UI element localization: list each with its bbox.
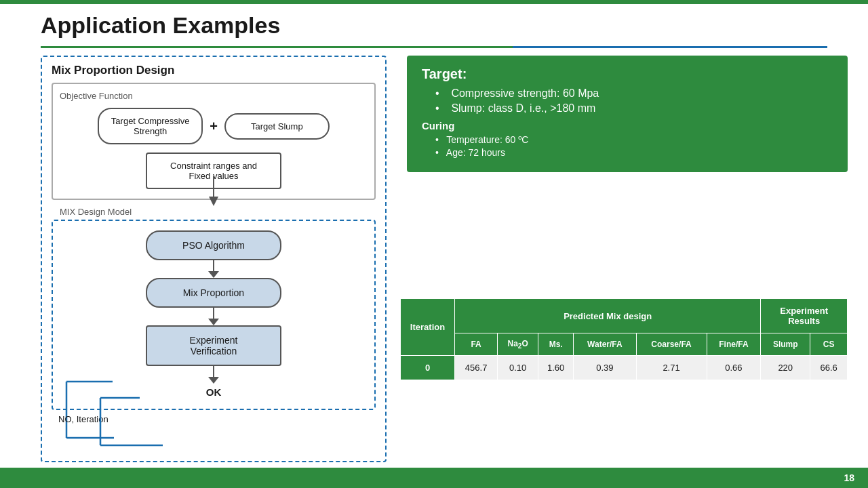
plus-sign: + <box>210 119 218 134</box>
cell-slump: 220 <box>761 356 810 380</box>
target-title: Target: <box>422 66 833 82</box>
top-accent-bar <box>0 0 868 4</box>
results-table-container: Iteration Predicted Mix design Experimen… <box>400 298 848 380</box>
col-na2o: Na2O <box>498 333 538 356</box>
ok-label: OK <box>206 386 222 398</box>
col-fa: FA <box>455 333 498 356</box>
title-underline <box>41 46 827 48</box>
mix-proportion-box: Mix Proportion <box>146 278 281 308</box>
col-ms: Ms. <box>538 333 574 356</box>
th-experiment: ExperimentResults <box>761 299 848 333</box>
target-bullet-1: • Compressive strength: 60 Mpa <box>435 87 833 100</box>
mix-label: MIX Design Model <box>60 207 132 217</box>
col-cs: CS <box>810 333 848 356</box>
th-predicted: Predicted Mix design <box>455 299 761 333</box>
experiment-verification-box: ExperimentVerification <box>146 325 281 366</box>
cell-ms: 1.60 <box>538 356 574 380</box>
cell-cs: 66.6 <box>810 356 848 380</box>
cell-iteration: 0 <box>401 356 455 380</box>
pso-algorithm-box: PSO Algorithm <box>146 230 281 260</box>
col-slump: Slump <box>761 333 810 356</box>
col-waterfa: Water/FA <box>574 333 636 356</box>
curing-title: Curing <box>422 120 833 131</box>
page-number: 18 <box>844 472 854 483</box>
connector-2 <box>208 308 219 325</box>
target-bullet-2: • Slump: class D, i.e., >180 mm <box>435 102 833 115</box>
target-slump-box: Target Slump <box>224 113 330 140</box>
inner-dashed-box: PSO Algorithm Mix Proportion ExperimentV… <box>52 220 376 410</box>
target-strength-box: Target CompressiveStrength <box>98 108 203 144</box>
cell-coarsefa: 2.71 <box>636 356 707 380</box>
constraint-box: Constraint ranges andFixed values <box>146 152 281 189</box>
objective-function-box: Objective Function Target CompressiveStr… <box>52 83 376 200</box>
th-iteration: Iteration <box>401 299 455 356</box>
target-panel: Target: • Compressive strength: 60 Mpa •… <box>407 56 848 172</box>
objective-label: Objective Function <box>60 91 368 101</box>
col-coarsefa: Coarse/FA <box>636 333 707 356</box>
col-finefa: Fine/FA <box>707 333 761 356</box>
cell-finefa: 0.66 <box>707 356 761 380</box>
curing-bullet-2: • Age: 72 hours <box>435 147 833 158</box>
page-title: Application Examples <box>41 12 280 39</box>
curing-bullet-1: • Temperature: 60 ºC <box>435 134 833 145</box>
results-table: Iteration Predicted Mix design Experimen… <box>400 298 848 380</box>
table-row: 0 456.7 0.10 1.60 0.39 2.71 0.66 220 66.… <box>401 356 848 380</box>
connector-1 <box>208 260 219 278</box>
cell-waterfa: 0.39 <box>574 356 636 380</box>
left-panel-title: Mix Proportion Design <box>52 64 378 77</box>
cell-na2o: 0.10 <box>498 356 538 380</box>
cell-fa: 456.7 <box>455 356 498 380</box>
no-iteration-label: NO, Iteration <box>58 414 108 424</box>
bottom-bar: 18 <box>0 468 868 488</box>
objective-inputs: Target CompressiveStrength + Target Slum… <box>60 108 368 144</box>
left-panel: Mix Proportion Design Objective Function… <box>41 56 387 462</box>
connector-3 <box>208 366 219 384</box>
